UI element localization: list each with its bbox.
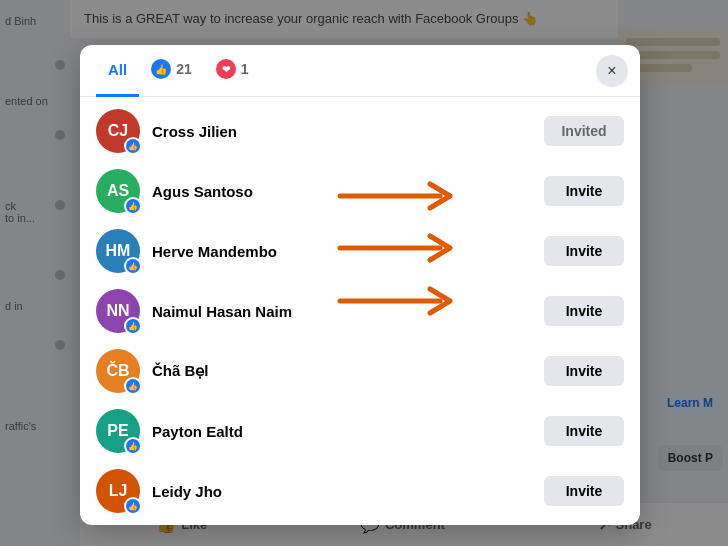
user-avatar-wrap: CJ 👍 [96, 109, 140, 153]
like-badge: 👍 [124, 437, 142, 455]
user-row: CJ 👍 Cross Jilien Invited [80, 101, 640, 161]
invite-button[interactable]: Invite [544, 296, 624, 326]
like-icon: 👍 [151, 59, 171, 79]
invite-button[interactable]: Invite [544, 416, 624, 446]
user-name: Payton Ealtd [152, 423, 532, 440]
modal-tabs: All 👍 21 ❤ 1 × [80, 45, 640, 97]
like-badge: 👍 [124, 317, 142, 335]
invite-arrow-3 [330, 283, 470, 323]
invite-arrow-1 [330, 178, 470, 218]
user-row: PE 👍 Payton Ealtd Invite [80, 401, 640, 461]
like-badge: 👍 [124, 257, 142, 275]
user-avatar-wrap: AS 👍 [96, 169, 140, 213]
invite-button[interactable]: Invite [544, 356, 624, 386]
user-avatar-wrap: ČB 👍 [96, 349, 140, 393]
love-icon: ❤ [216, 59, 236, 79]
like-badge: 👍 [124, 377, 142, 395]
like-badge: 👍 [124, 137, 142, 155]
invite-button[interactable]: Invited [544, 116, 624, 146]
invite-arrow-2 [330, 230, 470, 270]
user-name: Čhã Bẹl [152, 362, 532, 380]
tab-likes[interactable]: 👍 21 [139, 45, 204, 97]
like-badge: 👍 [124, 197, 142, 215]
invite-button[interactable]: Invite [544, 176, 624, 206]
user-avatar-wrap: PE 👍 [96, 409, 140, 453]
user-row: LJ 👍 Leidy Jho Invite [80, 461, 640, 521]
user-row: ČB 👍 Čhã Bẹl Invite [80, 341, 640, 401]
like-count: 21 [176, 61, 192, 77]
user-avatar-wrap: HM 👍 [96, 229, 140, 273]
like-badge: 👍 [124, 497, 142, 515]
user-name: Leidy Jho [152, 483, 532, 500]
invite-button[interactable]: Invite [544, 236, 624, 266]
user-name: Cross Jilien [152, 123, 532, 140]
invite-button[interactable]: Invite [544, 476, 624, 506]
tab-all[interactable]: All [96, 45, 139, 97]
tab-all-label: All [108, 61, 127, 78]
user-avatar-wrap: LJ 👍 [96, 469, 140, 513]
tab-loves[interactable]: ❤ 1 [204, 45, 261, 97]
close-button[interactable]: × [596, 55, 628, 87]
user-avatar-wrap: NN 👍 [96, 289, 140, 333]
love-count: 1 [241, 61, 249, 77]
